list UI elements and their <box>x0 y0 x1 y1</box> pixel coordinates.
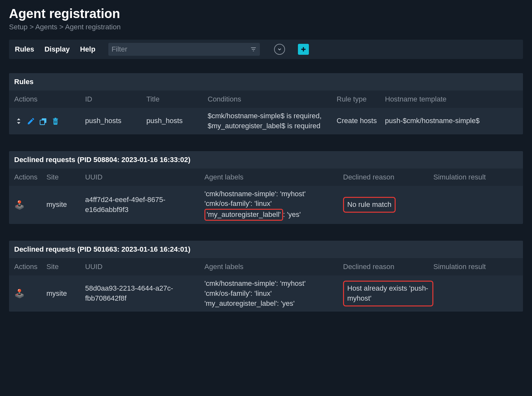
svg-rect-8 <box>40 120 44 125</box>
rules-panel-title: Rules <box>9 73 523 91</box>
declined-panel-title: Declined requests (PID 501663: 2023-01-1… <box>9 241 523 258</box>
joystick-icon[interactable]: 🕹️ <box>14 199 25 211</box>
breadcrumb-sep: > <box>30 23 35 31</box>
col-agent-labels: Agent labels <box>204 263 343 271</box>
declined-panel-title: Declined requests (PID 508804: 2023-01-1… <box>9 151 523 169</box>
edit-icon[interactable] <box>26 117 35 126</box>
declined-panel: Declined requests (PID 508804: 2023-01-1… <box>9 151 523 224</box>
rule-title: push_hosts <box>146 116 208 126</box>
rule-row: push_hosts push_hosts $cmk/hostname-simp… <box>9 108 523 134</box>
declined-header-row: Actions Site UUID Agent labels Declined … <box>9 258 523 275</box>
declined-labels: 'cmk/hostname-simple': 'myhost' 'cmk/os-… <box>204 279 343 308</box>
breadcrumb-sep: > <box>59 23 65 31</box>
highlight-label-typo: 'my_autoregister_labell' <box>204 209 283 221</box>
col-rule-type: Rule type <box>337 95 385 103</box>
rule-hostname-template: push-$cmk/hostname-simple$ <box>385 116 518 126</box>
rules-panel: Rules Actions ID Title Conditions Rule t… <box>9 73 523 134</box>
svg-marker-6 <box>17 122 21 124</box>
collapse-toggle-button[interactable] <box>274 44 285 55</box>
reorder-icon[interactable] <box>14 117 23 126</box>
declined-row: 🕹️ mysite a4ff7d24-eeef-49ef-8675-e16d6a… <box>9 186 523 224</box>
highlight-reason: Host already exists 'push-myhost' <box>343 281 433 306</box>
col-title: Title <box>146 95 208 103</box>
rule-id: push_hosts <box>85 116 146 126</box>
col-uuid: UUID <box>85 263 204 271</box>
svg-rect-9 <box>53 119 58 120</box>
col-site: Site <box>46 173 85 181</box>
col-id: ID <box>85 95 146 103</box>
breadcrumb-item[interactable]: Setup <box>9 23 28 31</box>
declined-site: mysite <box>46 200 85 210</box>
col-agent-labels: Agent labels <box>204 173 343 181</box>
col-actions: Actions <box>14 263 46 271</box>
col-declined-reason: Declined reason <box>343 173 433 181</box>
labels-text: 'cmk/hostname-simple': 'myhost' 'cmk/os-… <box>204 190 306 208</box>
joystick-icon[interactable]: 🕹️ <box>14 288 25 299</box>
declined-uuid: 58d0aa93-2213-4644-a27c-fbb708642f8f <box>85 284 204 304</box>
rules-menu[interactable]: Rules <box>15 45 34 53</box>
col-actions: Actions <box>14 173 46 181</box>
help-menu[interactable]: Help <box>80 45 95 53</box>
breadcrumb: Setup > Agents > Agent registration <box>9 23 523 31</box>
svg-marker-5 <box>17 118 21 120</box>
declined-uuid: a4ff7d24-eeef-49ef-8675-e16d6abbf9f3 <box>85 195 204 215</box>
labels-text: : 'yes' <box>283 210 301 218</box>
declined-header-row: Actions Site UUID Agent labels Declined … <box>9 169 523 186</box>
declined-reason: Host already exists 'push-myhost' <box>343 281 433 306</box>
toolbar: Rules Display Help <box>9 40 523 59</box>
col-hostname-template: Hostname template <box>385 95 518 103</box>
declined-panel: Declined requests (PID 501663: 2023-01-1… <box>9 241 523 312</box>
declined-reason: No rule match <box>343 197 433 213</box>
page-title: Agent registration <box>9 6 523 21</box>
filter-input[interactable] <box>112 45 250 53</box>
svg-rect-12 <box>56 121 56 123</box>
highlight-reason: No rule match <box>343 197 396 213</box>
clone-icon[interactable] <box>39 117 48 126</box>
declined-labels: 'cmk/hostname-simple': 'myhost' 'cmk/os-… <box>204 189 343 221</box>
add-button[interactable] <box>298 44 309 55</box>
trash-icon[interactable] <box>51 117 60 126</box>
rule-conditions: $cmk/hostname-simple$ is required, $my_a… <box>208 111 337 131</box>
svg-rect-11 <box>54 121 55 123</box>
col-actions: Actions <box>14 95 85 103</box>
filter-icon[interactable] <box>250 46 257 53</box>
rule-type: Create hosts <box>337 116 385 126</box>
breadcrumb-item[interactable]: Agents <box>35 23 57 31</box>
svg-rect-10 <box>54 118 56 119</box>
breadcrumb-item[interactable]: Agent registration <box>65 23 121 31</box>
declined-row: 🕹️ mysite 58d0aa93-2213-4644-a27c-fbb708… <box>9 275 523 312</box>
col-declined-reason: Declined reason <box>343 263 433 271</box>
col-uuid: UUID <box>85 173 204 181</box>
col-site: Site <box>46 263 85 271</box>
col-conditions: Conditions <box>208 95 337 103</box>
col-simulation-result: Simulation result <box>433 173 518 181</box>
rules-header-row: Actions ID Title Conditions Rule type Ho… <box>9 91 523 108</box>
declined-site: mysite <box>46 289 85 299</box>
display-menu[interactable]: Display <box>44 45 70 53</box>
col-simulation-result: Simulation result <box>433 263 518 271</box>
filter-field[interactable] <box>108 43 260 56</box>
